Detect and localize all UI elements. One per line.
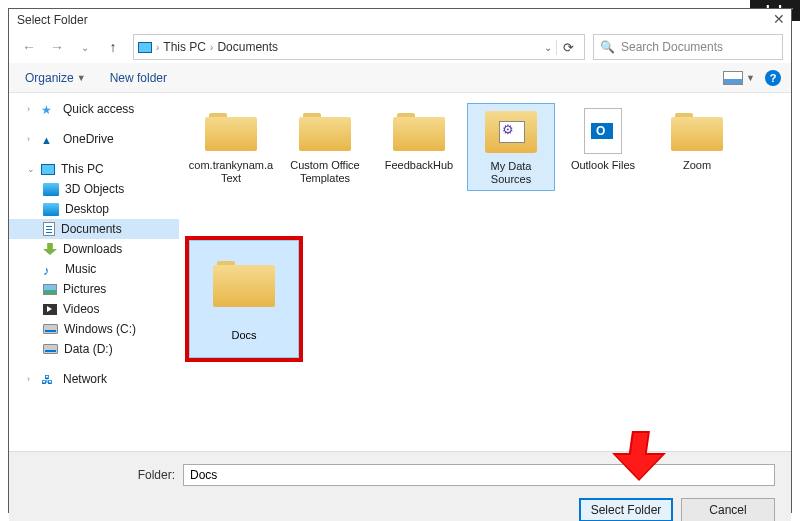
star-icon bbox=[41, 103, 57, 116]
cube-icon bbox=[43, 183, 59, 196]
chevron-right-icon: › bbox=[27, 374, 35, 384]
sidebar: › Quick access › OneDrive ⌄ This PC 3D O… bbox=[9, 93, 179, 451]
help-icon[interactable]: ? bbox=[765, 70, 781, 86]
sidebar-item-music[interactable]: Music bbox=[9, 259, 179, 279]
folder-label: com.trankynam.aText bbox=[187, 159, 275, 185]
outlook-icon bbox=[584, 108, 622, 154]
folder-item[interactable]: Custom Office Templates bbox=[279, 103, 371, 191]
search-placeholder: Search Documents bbox=[621, 40, 723, 54]
new-folder-button[interactable]: New folder bbox=[104, 69, 173, 87]
drive-icon bbox=[43, 344, 58, 354]
sidebar-label: 3D Objects bbox=[65, 182, 124, 196]
music-icon bbox=[43, 263, 59, 276]
up-button[interactable]: ↑ bbox=[101, 35, 125, 59]
sidebar-label: Desktop bbox=[65, 202, 109, 216]
desktop-icon bbox=[43, 203, 59, 216]
refresh-icon[interactable]: ⟳ bbox=[556, 40, 580, 55]
pc-icon bbox=[41, 164, 55, 175]
document-icon bbox=[43, 222, 55, 236]
search-input[interactable]: 🔍 Search Documents bbox=[593, 34, 783, 60]
folder-icon bbox=[213, 259, 275, 307]
close-icon[interactable]: ✕ bbox=[773, 11, 785, 27]
back-button[interactable]: ← bbox=[17, 35, 41, 59]
sidebar-label: Downloads bbox=[63, 242, 122, 256]
folder-item[interactable]: Outlook Files bbox=[557, 103, 649, 191]
dialog-footer: Folder: Select Folder Cancel bbox=[9, 451, 791, 521]
sidebar-quick-access[interactable]: › Quick access bbox=[9, 99, 179, 119]
sidebar-item-documents[interactable]: Documents bbox=[9, 219, 179, 239]
folder-label: Custom Office Templates bbox=[281, 159, 369, 185]
folder-item[interactable]: My Data Sources bbox=[467, 103, 555, 191]
folder-name-input[interactable] bbox=[183, 464, 775, 486]
sidebar-item-videos[interactable]: Videos bbox=[9, 299, 179, 319]
folder-label: FeedbackHub bbox=[385, 159, 454, 172]
folder-item[interactable]: FeedbackHub bbox=[373, 103, 465, 191]
chevron-down-icon: ▼ bbox=[746, 73, 755, 83]
network-icon bbox=[41, 373, 57, 386]
dialog-window: Select Folder ✕ ← → ⌄ ↑ › This PC › Docu… bbox=[8, 8, 792, 513]
pc-icon bbox=[138, 42, 152, 53]
folder-icon bbox=[205, 111, 257, 151]
chevron-right-icon: › bbox=[27, 134, 35, 144]
sidebar-item-drive-d[interactable]: Data (D:) bbox=[9, 339, 179, 359]
sidebar-label: Quick access bbox=[63, 102, 134, 116]
folder-item[interactable]: com.trankynam.aText bbox=[185, 103, 277, 191]
sidebar-item-3d-objects[interactable]: 3D Objects bbox=[9, 179, 179, 199]
recent-dropdown[interactable]: ⌄ bbox=[73, 35, 97, 59]
organize-label: Organize bbox=[25, 71, 74, 85]
picture-icon bbox=[43, 284, 57, 295]
data-source-icon bbox=[485, 111, 537, 153]
view-options-button[interactable]: ▼ bbox=[723, 71, 755, 85]
sidebar-item-downloads[interactable]: Downloads bbox=[9, 239, 179, 259]
folder-icon bbox=[299, 111, 351, 151]
sidebar-item-pictures[interactable]: Pictures bbox=[9, 279, 179, 299]
forward-button: → bbox=[45, 35, 69, 59]
sidebar-label: Documents bbox=[61, 222, 122, 236]
newfolder-label: New folder bbox=[110, 71, 167, 85]
select-folder-button[interactable]: Select Folder bbox=[579, 498, 673, 521]
cloud-icon bbox=[41, 133, 57, 146]
window-title: Select Folder bbox=[17, 13, 88, 27]
folder-icon bbox=[393, 111, 445, 151]
folder-label: Outlook Files bbox=[571, 159, 635, 172]
sidebar-label: Videos bbox=[63, 302, 99, 316]
sidebar-label: This PC bbox=[61, 162, 104, 176]
folder-label: My Data Sources bbox=[470, 160, 552, 186]
video-icon bbox=[43, 304, 57, 315]
sidebar-item-drive-c[interactable]: Windows (C:) bbox=[9, 319, 179, 339]
chevron-down-icon: ▼ bbox=[77, 73, 86, 83]
breadcrumb-root[interactable]: This PC bbox=[163, 40, 206, 54]
download-icon bbox=[43, 243, 57, 255]
chevron-right-icon: › bbox=[27, 104, 35, 114]
toolbar: Organize ▼ New folder ▼ ? bbox=[9, 63, 791, 93]
nav-row: ← → ⌄ ↑ › This PC › Documents ⌄ ⟳ 🔍 Sear… bbox=[9, 31, 791, 63]
breadcrumb-current[interactable]: Documents bbox=[217, 40, 278, 54]
folder-icon bbox=[671, 111, 723, 151]
search-icon: 🔍 bbox=[600, 40, 615, 54]
breadcrumb-bar[interactable]: › This PC › Documents ⌄ ⟳ bbox=[133, 34, 585, 60]
folder-label: Zoom bbox=[683, 159, 711, 172]
chevron-right-icon: › bbox=[156, 42, 159, 53]
folder-item-selected[interactable]: Docs bbox=[189, 240, 299, 358]
sidebar-label: Data (D:) bbox=[64, 342, 113, 356]
sidebar-label: Network bbox=[63, 372, 107, 386]
drive-icon bbox=[43, 324, 58, 334]
folder-field-label: Folder: bbox=[25, 468, 175, 482]
sidebar-label: OneDrive bbox=[63, 132, 114, 146]
sidebar-onedrive[interactable]: › OneDrive bbox=[9, 129, 179, 149]
folder-label: Docs bbox=[231, 329, 256, 341]
cancel-button[interactable]: Cancel bbox=[681, 498, 775, 521]
sidebar-label: Music bbox=[65, 262, 96, 276]
sidebar-label: Pictures bbox=[63, 282, 106, 296]
sidebar-network[interactable]: › Network bbox=[9, 369, 179, 389]
sidebar-label: Windows (C:) bbox=[64, 322, 136, 336]
view-icon bbox=[723, 71, 743, 85]
sidebar-item-desktop[interactable]: Desktop bbox=[9, 199, 179, 219]
chevron-right-icon: › bbox=[210, 42, 213, 53]
organize-button[interactable]: Organize ▼ bbox=[19, 69, 92, 87]
sidebar-this-pc[interactable]: ⌄ This PC bbox=[9, 159, 179, 179]
titlebar: Select Folder ✕ bbox=[9, 9, 791, 31]
breadcrumb-dropdown-icon[interactable]: ⌄ bbox=[540, 42, 556, 53]
folder-item[interactable]: Zoom bbox=[651, 103, 743, 191]
chevron-down-icon: ⌄ bbox=[27, 164, 35, 174]
